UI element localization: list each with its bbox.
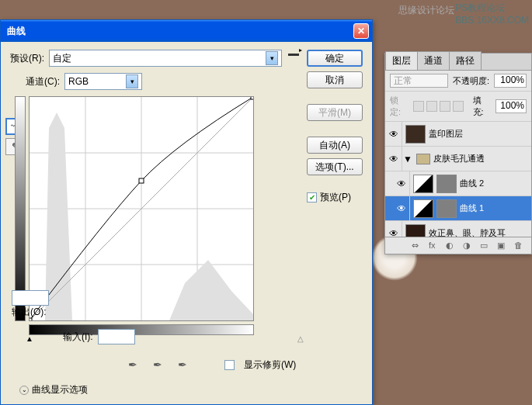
curves-dialog: 曲线 ✕ 预设(R): 自定 ▾ 通道(C): RGB ▾ [0, 19, 373, 405]
adjustment-icon[interactable]: ◑ [463, 241, 475, 251]
layer-item[interactable]: 👁 曲线 1 [385, 196, 531, 221]
svg-rect-9 [251, 97, 253, 99]
close-icon: ✕ [357, 26, 365, 36]
white-point-slider[interactable]: △ [297, 334, 304, 343]
preview-checkbox[interactable]: ✔ [307, 192, 317, 202]
auto-button[interactable]: 自动(A) [307, 137, 363, 154]
lock-all-icon[interactable] [453, 101, 464, 112]
chevron-down-icon: ▾ [266, 51, 278, 65]
preset-value: 自定 [53, 52, 71, 65]
lock-pixels-icon[interactable] [426, 101, 437, 112]
preset-label: 预设(R): [10, 52, 44, 65]
layers-panel: 图层 通道 路径 正常 不透明度: 100% 锁定: 填充: 100% 👁 盖印… [384, 53, 532, 254]
expand-chevron-icon[interactable]: ⌄ [19, 386, 29, 395]
folder-icon [416, 154, 430, 164]
fill-input[interactable]: 100% [495, 99, 527, 113]
layer-mask-thumb [436, 199, 457, 218]
visibility-icon[interactable]: 👁 [385, 221, 402, 238]
blend-mode-select[interactable]: 正常 [390, 74, 448, 88]
input-label: 输入(I): [63, 331, 93, 344]
layer-name: 曲线 2 [460, 178, 531, 189]
dialog-title: 曲线 [7, 25, 353, 38]
fill-label: 填充: [473, 95, 492, 118]
input-input[interactable] [98, 329, 135, 344]
visibility-icon[interactable]: 👁 [393, 171, 410, 196]
visibility-icon[interactable]: 👁 [385, 147, 402, 171]
output-label: 输出(O): [12, 306, 47, 319]
link-icon[interactable]: ⇔ [412, 241, 424, 251]
curves-thumb [413, 199, 433, 218]
layer-thumb [405, 125, 426, 144]
layer-item[interactable]: 👁 盖印图层 [385, 122, 531, 147]
channel-value: RGB [68, 76, 89, 87]
layer-name: 皮肤毛孔通透 [433, 153, 531, 164]
mask-icon[interactable]: ◐ [446, 241, 458, 251]
white-eyedropper-icon[interactable]: ✒ [175, 357, 190, 372]
ok-button[interactable]: 确定 [307, 50, 363, 67]
close-button[interactable]: ✕ [353, 23, 369, 39]
layer-item[interactable]: 👁 曲线 2 [385, 171, 531, 196]
preview-label: 预览(P) [320, 191, 351, 204]
fx-icon[interactable]: fx [429, 241, 441, 251]
show-clipping-checkbox[interactable] [224, 360, 235, 370]
opacity-input[interactable]: 100% [494, 74, 527, 88]
tab-channels[interactable]: 通道 [417, 51, 450, 70]
options-button[interactable]: 选项(T)... [307, 158, 363, 175]
cancel-button[interactable]: 取消 [307, 71, 363, 88]
layer-group[interactable]: 👁 ▼ 皮肤毛孔通透 [385, 147, 531, 171]
lock-label: 锁定: [390, 95, 409, 118]
layer-name: 曲线 1 [460, 202, 531, 214]
preset-select[interactable]: 自定 ▾ [49, 50, 282, 67]
layer-item[interactable]: 👁 效正鼻、眼、脖及耳 [385, 221, 531, 238]
folder-icon[interactable]: ▭ [480, 241, 492, 251]
watermark2-l2: BBS.16XX8.COM [455, 15, 529, 26]
preset-menu-icon[interactable] [287, 51, 301, 65]
output-gradient [15, 96, 26, 321]
show-clipping-label: 显示修剪(W) [244, 358, 296, 372]
output-input[interactable] [12, 290, 49, 306]
smooth-button[interactable]: 平滑(M) [307, 104, 363, 121]
curves-thumb [413, 175, 433, 193]
channel-select[interactable]: RGB ▾ [64, 73, 142, 90]
opacity-label: 不透明度: [453, 75, 489, 87]
layer-mask-thumb [436, 175, 457, 193]
chevron-down-icon: ▾ [126, 74, 138, 88]
visibility-icon[interactable]: 👁 [393, 196, 410, 220]
lock-position-icon[interactable] [440, 101, 450, 112]
tab-layers[interactable]: 图层 [385, 51, 418, 70]
watermark-text: 思缘设计论坛 [398, 5, 454, 17]
lock-transparency-icon[interactable] [413, 101, 424, 112]
black-point-slider[interactable]: ▲ [26, 334, 33, 343]
tab-paths[interactable]: 路径 [449, 51, 482, 70]
svg-rect-8 [139, 178, 144, 183]
watermark2-l1: PS教程论坛 [455, 2, 529, 15]
titlebar[interactable]: 曲线 ✕ [1, 20, 372, 42]
layer-name: 盖印图层 [429, 128, 531, 140]
trash-icon[interactable]: 🗑 [514, 241, 527, 251]
new-layer-icon[interactable]: ▣ [497, 241, 509, 251]
gray-eyedropper-icon[interactable]: ✒ [150, 357, 165, 372]
curve-graph[interactable] [29, 96, 254, 321]
display-options-label: 曲线显示选项 [32, 383, 88, 396]
group-expand-icon[interactable]: ▼ [402, 154, 413, 164]
channel-label: 通道(C): [26, 75, 60, 88]
visibility-icon[interactable]: 👁 [385, 122, 402, 146]
black-eyedropper-icon[interactable]: ✒ [125, 357, 141, 372]
